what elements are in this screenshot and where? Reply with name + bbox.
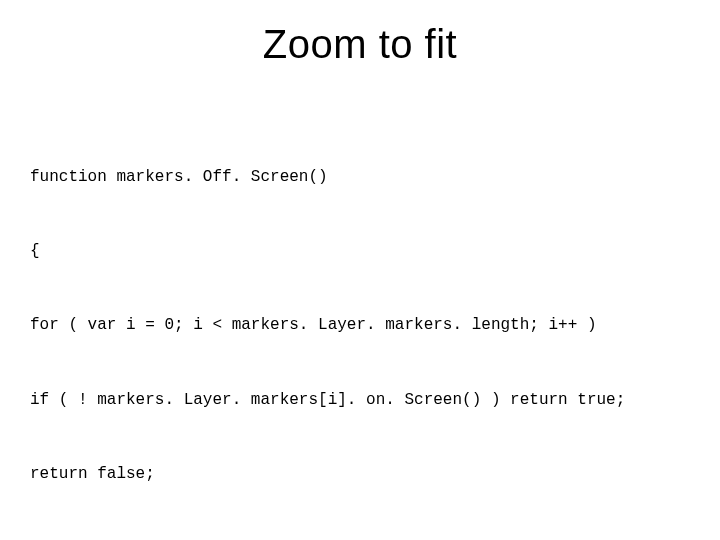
code-block: function markers. Off. Screen() { for ( … [30, 115, 690, 540]
slide: Zoom to fit function markers. Off. Scree… [0, 0, 720, 540]
code-line: if ( ! markers. Layer. markers[i]. on. S… [30, 388, 690, 413]
code-line: return false; [30, 462, 690, 487]
code-line: { [30, 239, 690, 264]
code-line: function markers. Off. Screen() [30, 165, 690, 190]
code-line: for ( var i = 0; i < markers. Layer. mar… [30, 313, 690, 338]
slide-title: Zoom to fit [30, 22, 690, 67]
code-line: } [30, 537, 690, 540]
